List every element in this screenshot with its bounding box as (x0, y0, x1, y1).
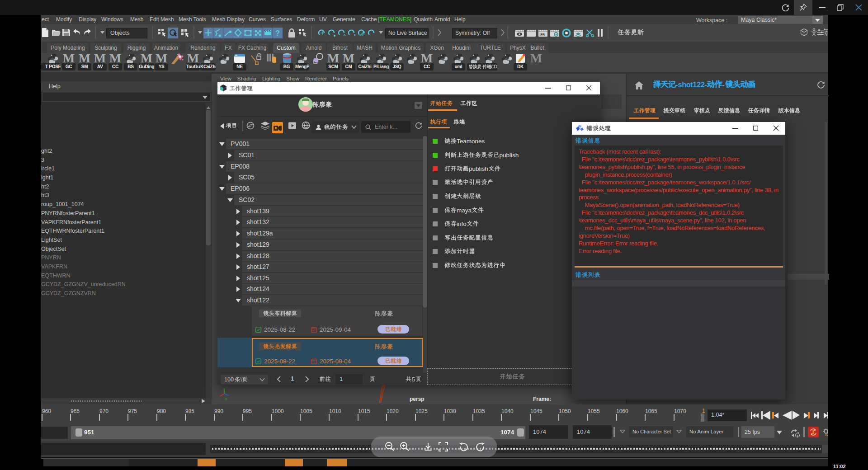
svg-text:?: ? (275, 29, 280, 37)
svg-text:y: y (225, 396, 227, 400)
svg-text:IPR: IPR (540, 33, 545, 36)
svg-text:1: 1 (797, 434, 799, 438)
